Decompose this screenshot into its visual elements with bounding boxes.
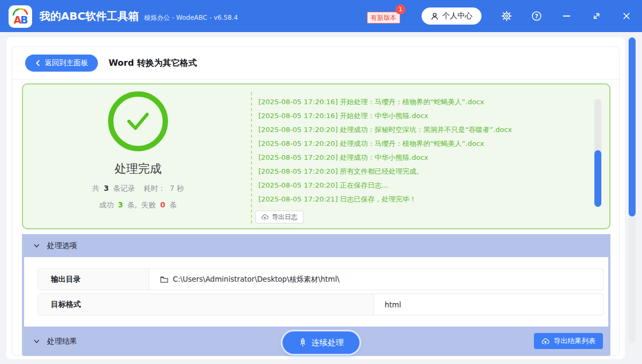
back-to-dashboard-button[interactable]: 返回到主面板: [25, 55, 98, 72]
app-window: AB 我的ABC软件工具箱 核烁办公 - WodeABC - v6.58.4 有…: [0, 0, 642, 364]
time-label: 耗时：: [139, 184, 167, 192]
svg-text:?: ?: [535, 13, 538, 20]
success-ring: [108, 91, 168, 151]
fail-count: 0: [159, 200, 166, 209]
help-button[interactable]: ?: [531, 10, 542, 22]
chevron-down-icon: [34, 339, 40, 344]
user-center-button[interactable]: 个人中心: [422, 7, 482, 25]
maximize-icon: [592, 11, 601, 21]
log-line: [2025-08-05 17:20:20] 正在保存日志...: [258, 179, 577, 192]
update-count-badge: 1: [395, 4, 406, 14]
main-panel: 返回到主面板 Word 转换为其它格式 处理完成 共 3 条记录: [6, 37, 625, 359]
minimize-button[interactable]: [561, 10, 572, 22]
log-line: [2025-08-05 17:20:20] 所有文件都已经处理完成。: [258, 165, 577, 179]
person-icon: [431, 12, 439, 20]
app-subtitle: 核烁办公 - WodeABC - v6.58.4: [144, 13, 238, 22]
target-format-field[interactable]: html: [374, 294, 603, 315]
log-scrollbar-thumb[interactable]: [594, 150, 601, 207]
help-icon: ?: [531, 11, 542, 21]
logo-rainbow-arc: [12, 8, 29, 16]
status-summary: 处理完成 共 3 条记录 耗时： 7 秒 成功 3 条, 失败 0 条: [23, 84, 253, 228]
chevron-left-icon: [35, 60, 41, 66]
cloud-upload-icon: [541, 338, 549, 345]
options-body: 输出目录 C:\Users\Administrator\Desktop\核烁素材…: [22, 257, 610, 327]
logo-letters: AB: [13, 15, 27, 28]
log-line: [2025-08-05 17:20:16] 开始处理：中华小熊猫.docx: [258, 109, 577, 123]
continue-processing-button[interactable]: 连续处理: [282, 331, 360, 354]
page-title: Word 转换为其它格式: [109, 58, 197, 69]
log-line: [2025-08-05 17:20:16] 开始处理：马缨丹：植物界的“蛇蝎美人…: [258, 95, 577, 109]
log-line: [2025-08-05 17:20:20] 处理成功：马缨丹：植物界的“蛇蝎美人…: [258, 137, 577, 151]
user-center-label: 个人中心: [442, 11, 472, 21]
total-count: 3: [103, 184, 110, 192]
app-logo: AB: [9, 5, 32, 28]
titlebar: AB 我的ABC软件工具箱 核烁办公 - WodeABC - v6.58.4 有…: [0, 0, 642, 32]
results-section-title: 处理结果: [47, 337, 77, 346]
total-unit: 条记录: [112, 184, 136, 192]
page-scrollbar-track[interactable]: [629, 37, 636, 343]
check-icon: [123, 109, 154, 134]
status-title: 处理完成: [114, 161, 162, 177]
close-button[interactable]: [621, 10, 632, 22]
export-results-label: 导出结果列表: [554, 336, 595, 346]
options-section-title: 处理选项: [47, 241, 77, 251]
close-icon: [622, 11, 631, 21]
log-scrollbar-track[interactable]: [594, 99, 601, 207]
fail-unit: 条: [169, 200, 178, 209]
log-list: [2025-08-05 17:20:16] 开始处理：马缨丹：植物界的“蛇蝎美人…: [258, 95, 577, 206]
target-format-label: 目标格式: [38, 294, 374, 315]
export-log-label: 导出日志: [272, 213, 297, 222]
output-dir-field[interactable]: C:\Users\Administrator\Desktop\核烁素材\html…: [149, 269, 603, 290]
time-value: 7 秒: [169, 184, 185, 192]
folder-icon: [160, 276, 169, 283]
titlebar-titles: 我的ABC软件工具箱 核烁办公 - WodeABC - v6.58.4: [40, 0, 238, 32]
cloud-upload-icon: [261, 214, 269, 220]
section-header-options[interactable]: 处理选项: [22, 234, 610, 257]
tool-header: 返回到主面板 Word 转换为其它格式: [12, 47, 619, 80]
chevron-down-icon: [34, 244, 40, 248]
option-row-output-dir: 输出目录 C:\Users\Administrator\Desktop\核烁素材…: [37, 268, 603, 290]
status-panel: 处理完成 共 3 条记录 耗时： 7 秒 成功 3 条, 失败 0 条: [22, 83, 610, 229]
settings-button[interactable]: [501, 10, 513, 22]
log-divider: [251, 92, 252, 223]
log-line: [2025-08-05 17:20:21] 日志已保存，处理完毕！: [258, 192, 577, 206]
tool-card: 返回到主面板 Word 转换为其它格式 处理完成 共 3 条记录: [12, 47, 620, 355]
output-dir-value: C:\Users\Administrator\Desktop\核烁素材\html…: [173, 275, 340, 284]
success-label: 成功: [98, 200, 114, 209]
option-row-target-format: 目标格式 html: [37, 293, 603, 315]
continue-button-label: 连续处理: [312, 338, 344, 348]
rocket-icon: [299, 338, 307, 347]
target-format-value: html: [385, 300, 401, 309]
export-log-button[interactable]: 导出日志: [255, 211, 303, 223]
log-line: [2025-08-05 17:20:20] 处理成功：探秘时空深坑：黑洞并不只是…: [258, 123, 577, 137]
export-results-button[interactable]: 导出结果列表: [534, 333, 603, 349]
gear-icon: [501, 11, 512, 21]
fail-label: 失败: [140, 200, 157, 209]
output-dir-label: 输出目录: [38, 269, 149, 290]
page-scrollbar-thumb[interactable]: [629, 37, 636, 216]
status-success-fail: 成功 3 条, 失败 0 条: [98, 200, 178, 210]
total-label: 共: [91, 184, 101, 192]
success-count: 3: [117, 200, 124, 209]
update-badge[interactable]: 有新版本: [367, 12, 400, 24]
minimize-icon: [562, 11, 571, 21]
app-title: 我的ABC软件工具箱: [40, 9, 139, 24]
status-totals: 共 3 条记录 耗时： 7 秒: [91, 184, 185, 193]
maximize-button[interactable]: [591, 10, 602, 22]
success-unit: 条,: [126, 200, 138, 209]
log-line: [2025-08-05 17:20:20] 处理成功：中华小熊猫.docx: [258, 151, 577, 165]
back-button-label: 返回到主面板: [45, 58, 88, 68]
